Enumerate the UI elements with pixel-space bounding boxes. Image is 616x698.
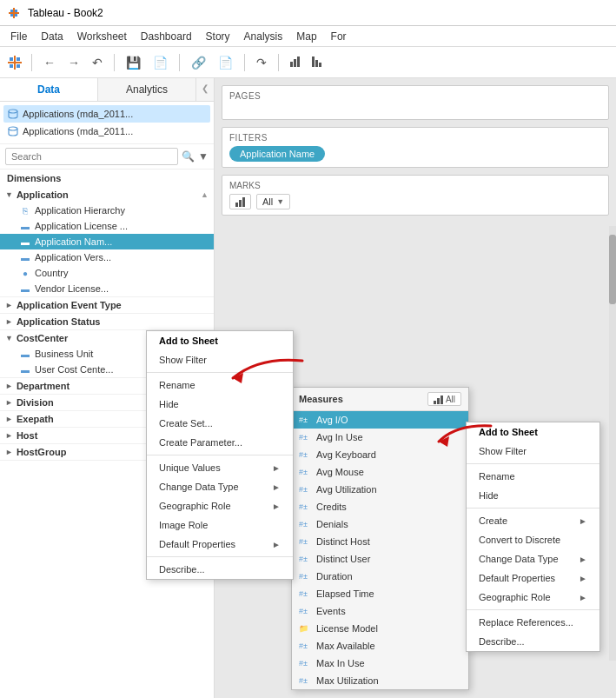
toolbar-sep-4 bbox=[244, 54, 245, 71]
measure-max-utilization[interactable]: #± Max Utilization bbox=[292, 672, 468, 689]
measure-credits[interactable]: #± Credits bbox=[292, 498, 468, 515]
redo-button[interactable]: ↷ bbox=[252, 53, 271, 72]
svg-rect-7 bbox=[8, 62, 22, 63]
measure-avg-keyboard[interactable]: #± Avg Keyboard bbox=[292, 446, 468, 463]
measure-license-model[interactable]: 📁 License Model bbox=[292, 620, 468, 637]
dim-application-vers[interactable]: ▬ Application Vers... bbox=[0, 249, 214, 265]
measures-title: Measures bbox=[299, 394, 343, 404]
extract-button[interactable]: 📄 bbox=[214, 53, 237, 72]
ctx-create-parameter[interactable]: Create Parameter... bbox=[147, 433, 293, 452]
data-source-2[interactable]: Applications (mda_2011... bbox=[3, 123, 210, 140]
ctx2-add-to-sheet[interactable]: Add to Sheet bbox=[467, 422, 599, 442]
dim-application-hierarchy[interactable]: ⎘ Application Hierarchy bbox=[0, 203, 214, 218]
dim-label: Application Hierarchy bbox=[35, 205, 125, 216]
ctx2-default-props[interactable]: Default Properties ► bbox=[467, 568, 599, 588]
menu-map[interactable]: Map bbox=[289, 29, 323, 44]
ctx2-rename[interactable]: Rename bbox=[467, 467, 599, 486]
db-icon-1 bbox=[7, 108, 19, 120]
ctx2-change-data-type[interactable]: Change Data Type ► bbox=[467, 549, 599, 568]
group-application-label: Application bbox=[17, 189, 69, 200]
measure-distinct-user[interactable]: #± Distinct User bbox=[292, 550, 468, 568]
measure-avg-in-use[interactable]: #± Avg In Use bbox=[292, 429, 468, 446]
menu-story[interactable]: Story bbox=[199, 29, 237, 44]
ctx-rename[interactable]: Rename bbox=[147, 376, 293, 395]
chevron-division: ► bbox=[5, 398, 13, 407]
chart2-button[interactable] bbox=[308, 53, 326, 72]
menu-dashboard[interactable]: Dashboard bbox=[134, 29, 199, 44]
measure-denials[interactable]: #± Denials bbox=[292, 515, 468, 533]
menu-file[interactable]: File bbox=[3, 29, 34, 44]
ctx-describe[interactable]: Describe... bbox=[147, 560, 293, 579]
measures-all-button[interactable]: All bbox=[427, 392, 461, 406]
measure-icon-15: #± bbox=[299, 675, 313, 687]
ctx-change-data-type[interactable]: Change Data Type ► bbox=[147, 477, 293, 496]
collapse-icon[interactable]: ▲ bbox=[201, 190, 209, 199]
ctx2-replace-references[interactable]: Replace References... bbox=[467, 613, 599, 632]
save-button[interactable]: 💾 bbox=[122, 53, 145, 72]
ctx-unique-values[interactable]: Unique Values ► bbox=[147, 458, 293, 477]
filter-pill-appname[interactable]: Application Name bbox=[229, 146, 325, 162]
print-button[interactable]: 📄 bbox=[149, 53, 172, 72]
measure-icon-2: #± bbox=[299, 431, 313, 443]
ctx2-create[interactable]: Create ► bbox=[467, 511, 599, 530]
group-app-event-header[interactable]: ► Application Event Type bbox=[0, 297, 214, 313]
back-button[interactable]: ← bbox=[39, 53, 60, 72]
ctx-create-set[interactable]: Create Set... bbox=[147, 414, 293, 433]
measure-elapsed-time[interactable]: #± Elapsed Time bbox=[292, 585, 468, 602]
measure-avg-utilization[interactable]: #± Avg Utilization bbox=[292, 481, 468, 498]
tab-analytics[interactable]: Analytics bbox=[98, 78, 196, 101]
search-icon[interactable]: 🔍 bbox=[182, 150, 195, 163]
ctx-image-role[interactable]: Image Role bbox=[147, 515, 293, 535]
ctx-hide[interactable]: Hide bbox=[147, 395, 293, 414]
ctx-show-filter[interactable]: Show Filter bbox=[147, 350, 293, 369]
ctx2-geographic-role[interactable]: Geographic Role ► bbox=[467, 588, 599, 607]
close-panel-button[interactable]: ❮ bbox=[196, 78, 214, 101]
menu-format[interactable]: For bbox=[324, 29, 354, 44]
group-app-status-header[interactable]: ► Application Status bbox=[0, 314, 214, 329]
scrollbar-thumb[interactable] bbox=[609, 235, 616, 304]
chart-button[interactable] bbox=[286, 53, 304, 72]
measure-icon-10: #± bbox=[299, 570, 313, 582]
filter-icon[interactable]: ▼ bbox=[198, 150, 209, 163]
measure-avg-io[interactable]: #± Avg I/O bbox=[292, 411, 468, 429]
forward-button[interactable]: → bbox=[63, 53, 84, 72]
measure-distinct-host[interactable]: #± Distinct Host bbox=[292, 533, 468, 550]
dim-application-license[interactable]: ▬ Application License ... bbox=[0, 218, 214, 234]
group-application-header[interactable]: ▼ Application ▲ bbox=[0, 187, 214, 203]
ctx2-defaultprops-arrow: ► bbox=[579, 574, 587, 583]
ctx2-hide[interactable]: Hide bbox=[467, 486, 599, 505]
dim-vendor-license[interactable]: ▬ Vendor License... bbox=[0, 281, 214, 296]
ctx2-show-filter[interactable]: Show Filter bbox=[467, 442, 599, 461]
marks-all-selector[interactable]: All ▼ bbox=[256, 194, 290, 209]
tab-data[interactable]: Data bbox=[0, 78, 98, 101]
dimensions-header: Dimensions bbox=[0, 170, 214, 187]
measure-max-available[interactable]: #± Max Available bbox=[292, 637, 468, 655]
dim-label: Business Unit bbox=[35, 349, 93, 359]
filters-label: Filters bbox=[229, 133, 601, 143]
menu-worksheet[interactable]: Worksheet bbox=[70, 29, 134, 44]
measure-max-in-use[interactable]: #± Max In Use bbox=[292, 655, 468, 672]
globe-icon: ● bbox=[19, 267, 31, 279]
search-input[interactable] bbox=[5, 148, 178, 165]
svg-rect-9 bbox=[17, 57, 20, 61]
ctx2-describe[interactable]: Describe... bbox=[467, 632, 599, 651]
dim-application-name[interactable]: ▬ Application Nam... bbox=[0, 234, 214, 249]
undo-button[interactable]: ↶ bbox=[88, 53, 107, 72]
measure-events[interactable]: #± Events bbox=[292, 602, 468, 620]
chevron-hostgroup: ► bbox=[5, 448, 13, 456]
measure-duration[interactable]: #± Duration bbox=[292, 568, 468, 585]
ctx2-datatype-arrow: ► bbox=[579, 555, 587, 564]
menu-analysis[interactable]: Analysis bbox=[237, 29, 290, 44]
measure-avg-mouse[interactable]: #± Avg Mouse bbox=[292, 463, 468, 481]
chevron-exepath: ► bbox=[5, 415, 13, 423]
ctx2-sep-3 bbox=[467, 609, 599, 610]
ctx-default-props[interactable]: Default Properties ► bbox=[147, 535, 293, 554]
ctx2-convert-discrete[interactable]: Convert to Discrete bbox=[467, 530, 599, 549]
data-source-1[interactable]: Applications (mda_2011... bbox=[3, 105, 210, 123]
ctx-add-to-sheet[interactable]: Add to Sheet bbox=[147, 331, 293, 350]
ctx-sep-1 bbox=[147, 372, 293, 373]
dim-country[interactable]: ● Country bbox=[0, 265, 214, 281]
connect-button[interactable]: 🔗 bbox=[187, 53, 210, 72]
ctx-geographic-role[interactable]: Geographic Role ► bbox=[147, 496, 293, 515]
menu-data[interactable]: Data bbox=[34, 29, 70, 44]
